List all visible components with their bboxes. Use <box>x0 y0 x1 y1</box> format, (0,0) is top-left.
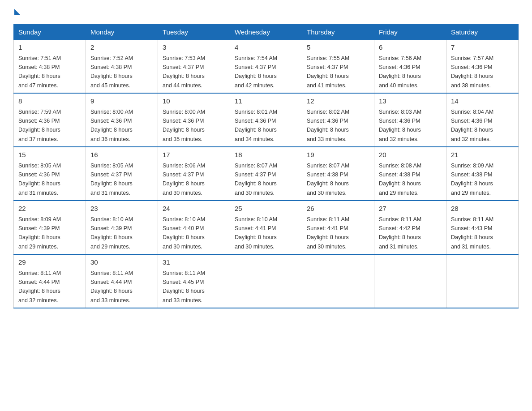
day-number: 5 <box>307 43 369 53</box>
calendar-cell: 2Sunrise: 7:52 AMSunset: 4:38 PMDaylight… <box>86 40 158 94</box>
calendar-cell: 3Sunrise: 7:53 AMSunset: 4:37 PMDaylight… <box>158 40 230 94</box>
calendar-cell: 8Sunrise: 7:59 AMSunset: 4:36 PMDaylight… <box>14 93 86 147</box>
day-number: 6 <box>379 43 442 53</box>
calendar-cell: 5Sunrise: 7:55 AMSunset: 4:37 PMDaylight… <box>302 40 374 94</box>
col-header-wednesday: Wednesday <box>230 25 302 40</box>
day-number: 20 <box>379 150 442 160</box>
day-number: 31 <box>163 257 225 268</box>
calendar-cell: 13Sunrise: 8:03 AMSunset: 4:36 PMDayligh… <box>374 93 446 147</box>
day-info: Sunrise: 8:11 AMSunset: 4:44 PMDaylight:… <box>90 270 133 304</box>
calendar-cell: 12Sunrise: 8:02 AMSunset: 4:36 PMDayligh… <box>302 93 374 147</box>
calendar-cell: 11Sunrise: 8:01 AMSunset: 4:36 PMDayligh… <box>230 93 302 147</box>
day-number: 7 <box>451 43 514 53</box>
day-info: Sunrise: 8:11 AMSunset: 4:42 PMDaylight:… <box>379 216 421 250</box>
col-header-thursday: Thursday <box>302 25 374 40</box>
week-row-2: 8Sunrise: 7:59 AMSunset: 4:36 PMDaylight… <box>14 93 519 147</box>
day-info: Sunrise: 8:11 AMSunset: 4:41 PMDaylight:… <box>307 216 349 250</box>
day-info: Sunrise: 8:07 AMSunset: 4:37 PMDaylight:… <box>235 163 277 196</box>
day-number: 26 <box>307 204 369 214</box>
day-number: 30 <box>90 257 153 268</box>
day-number: 19 <box>307 150 369 160</box>
week-row-4: 22Sunrise: 8:09 AMSunset: 4:39 PMDayligh… <box>14 201 519 254</box>
calendar-cell: 30Sunrise: 8:11 AMSunset: 4:44 PMDayligh… <box>86 254 158 308</box>
day-number: 27 <box>379 204 442 214</box>
day-info: Sunrise: 8:03 AMSunset: 4:36 PMDaylight:… <box>379 109 421 142</box>
col-header-tuesday: Tuesday <box>158 25 230 40</box>
day-number: 21 <box>451 150 514 160</box>
col-header-monday: Monday <box>86 25 158 40</box>
day-number: 2 <box>90 43 153 53</box>
day-info: Sunrise: 7:51 AMSunset: 4:38 PMDaylight:… <box>18 55 61 89</box>
day-number: 24 <box>163 204 225 214</box>
day-info: Sunrise: 8:05 AMSunset: 4:37 PMDaylight:… <box>90 163 133 196</box>
calendar-cell <box>374 254 446 308</box>
day-info: Sunrise: 8:05 AMSunset: 4:36 PMDaylight:… <box>18 163 61 196</box>
day-info: Sunrise: 7:53 AMSunset: 4:37 PMDaylight:… <box>163 55 205 89</box>
week-row-1: 1Sunrise: 7:51 AMSunset: 4:38 PMDaylight… <box>14 40 519 94</box>
calendar-cell <box>230 254 302 308</box>
day-info: Sunrise: 8:10 AMSunset: 4:41 PMDaylight:… <box>235 216 277 250</box>
day-info: Sunrise: 8:11 AMSunset: 4:44 PMDaylight:… <box>18 270 61 304</box>
calendar-cell: 18Sunrise: 8:07 AMSunset: 4:37 PMDayligh… <box>230 147 302 201</box>
day-info: Sunrise: 8:08 AMSunset: 4:38 PMDaylight:… <box>379 163 421 196</box>
calendar-cell: 10Sunrise: 8:00 AMSunset: 4:36 PMDayligh… <box>158 93 230 147</box>
calendar-cell: 21Sunrise: 8:09 AMSunset: 4:38 PMDayligh… <box>446 147 519 201</box>
calendar-cell: 16Sunrise: 8:05 AMSunset: 4:37 PMDayligh… <box>86 147 158 201</box>
calendar-cell: 17Sunrise: 8:06 AMSunset: 4:37 PMDayligh… <box>158 147 230 201</box>
day-info: Sunrise: 8:09 AMSunset: 4:38 PMDaylight:… <box>451 163 493 196</box>
day-info: Sunrise: 8:10 AMSunset: 4:40 PMDaylight:… <box>163 216 205 250</box>
day-number: 1 <box>18 43 81 53</box>
day-info: Sunrise: 8:01 AMSunset: 4:36 PMDaylight:… <box>235 109 277 142</box>
col-header-sunday: Sunday <box>14 25 86 40</box>
calendar-cell: 24Sunrise: 8:10 AMSunset: 4:40 PMDayligh… <box>158 201 230 254</box>
day-number: 15 <box>18 150 81 160</box>
calendar-cell: 15Sunrise: 8:05 AMSunset: 4:36 PMDayligh… <box>14 147 86 201</box>
day-info: Sunrise: 8:07 AMSunset: 4:38 PMDaylight:… <box>307 163 349 196</box>
calendar-cell: 28Sunrise: 8:11 AMSunset: 4:43 PMDayligh… <box>446 201 519 254</box>
day-info: Sunrise: 8:02 AMSunset: 4:36 PMDaylight:… <box>307 109 349 142</box>
calendar-cell: 6Sunrise: 7:56 AMSunset: 4:36 PMDaylight… <box>374 40 446 94</box>
day-number: 17 <box>163 150 225 160</box>
calendar-cell <box>302 254 374 308</box>
day-number: 3 <box>163 43 225 53</box>
calendar-cell: 4Sunrise: 7:54 AMSunset: 4:37 PMDaylight… <box>230 40 302 94</box>
day-info: Sunrise: 7:59 AMSunset: 4:36 PMDaylight:… <box>18 109 61 142</box>
col-header-friday: Friday <box>374 25 446 40</box>
day-number: 14 <box>451 96 514 107</box>
day-number: 10 <box>163 96 225 107</box>
calendar-cell <box>446 254 519 308</box>
day-number: 8 <box>18 96 81 107</box>
day-number: 28 <box>451 204 514 214</box>
page-header <box>13 9 519 16</box>
calendar-cell: 23Sunrise: 8:10 AMSunset: 4:39 PMDayligh… <box>86 201 158 254</box>
day-number: 11 <box>235 96 297 107</box>
day-number: 18 <box>235 150 297 160</box>
day-number: 29 <box>18 257 81 268</box>
day-info: Sunrise: 8:11 AMSunset: 4:45 PMDaylight:… <box>163 270 205 304</box>
day-number: 16 <box>90 150 153 160</box>
calendar-cell: 26Sunrise: 8:11 AMSunset: 4:41 PMDayligh… <box>302 201 374 254</box>
header-row: SundayMondayTuesdayWednesdayThursdayFrid… <box>14 25 519 40</box>
calendar-cell: 7Sunrise: 7:57 AMSunset: 4:36 PMDaylight… <box>446 40 519 94</box>
day-number: 13 <box>379 96 442 107</box>
calendar-cell: 19Sunrise: 8:07 AMSunset: 4:38 PMDayligh… <box>302 147 374 201</box>
week-row-3: 15Sunrise: 8:05 AMSunset: 4:36 PMDayligh… <box>14 147 519 201</box>
week-row-5: 29Sunrise: 8:11 AMSunset: 4:44 PMDayligh… <box>14 254 519 308</box>
day-number: 22 <box>18 204 81 214</box>
calendar-cell: 9Sunrise: 8:00 AMSunset: 4:36 PMDaylight… <box>86 93 158 147</box>
day-number: 23 <box>90 204 153 214</box>
calendar-cell: 20Sunrise: 8:08 AMSunset: 4:38 PMDayligh… <box>374 147 446 201</box>
day-info: Sunrise: 8:06 AMSunset: 4:37 PMDaylight:… <box>163 163 205 196</box>
day-info: Sunrise: 8:00 AMSunset: 4:36 PMDaylight:… <box>90 109 133 142</box>
calendar-cell: 22Sunrise: 8:09 AMSunset: 4:39 PMDayligh… <box>14 201 86 254</box>
calendar-cell: 25Sunrise: 8:10 AMSunset: 4:41 PMDayligh… <box>230 201 302 254</box>
calendar-table: SundayMondayTuesdayWednesdayThursdayFrid… <box>13 24 519 308</box>
day-number: 9 <box>90 96 153 107</box>
day-number: 25 <box>235 204 297 214</box>
calendar-cell: 14Sunrise: 8:04 AMSunset: 4:36 PMDayligh… <box>446 93 519 147</box>
day-info: Sunrise: 7:52 AMSunset: 4:38 PMDaylight:… <box>90 55 133 89</box>
day-info: Sunrise: 8:00 AMSunset: 4:36 PMDaylight:… <box>163 109 205 142</box>
day-info: Sunrise: 8:10 AMSunset: 4:39 PMDaylight:… <box>90 216 133 250</box>
day-info: Sunrise: 8:04 AMSunset: 4:36 PMDaylight:… <box>451 109 493 142</box>
day-info: Sunrise: 7:57 AMSunset: 4:36 PMDaylight:… <box>451 55 493 89</box>
